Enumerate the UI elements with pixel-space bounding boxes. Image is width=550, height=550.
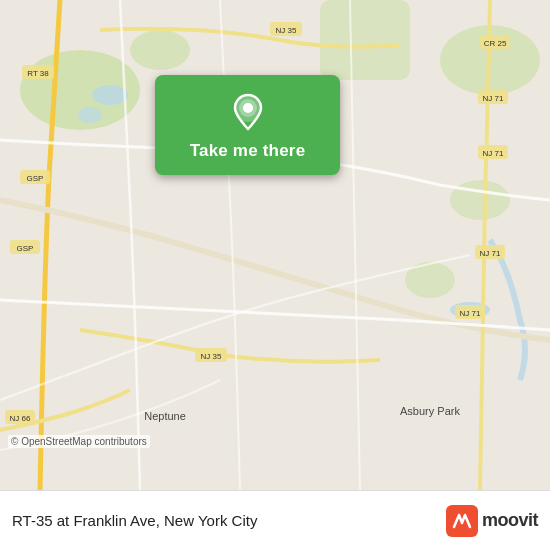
- svg-text:GSP: GSP: [17, 244, 34, 253]
- svg-text:NJ 71: NJ 71: [480, 249, 501, 258]
- bottom-bar: RT-35 at Franklin Ave, New York City moo…: [0, 490, 550, 550]
- moovit-icon: [446, 505, 478, 537]
- moovit-text: moovit: [482, 510, 538, 531]
- svg-point-8: [78, 107, 102, 123]
- svg-text:NJ 71: NJ 71: [483, 149, 504, 158]
- take-me-there-label: Take me there: [190, 141, 306, 161]
- svg-rect-3: [320, 0, 410, 80]
- copyright-text: © OpenStreetMap contributors: [8, 435, 150, 448]
- location-title: RT-35 at Franklin Ave, New York City: [12, 512, 446, 529]
- svg-text:NJ 35: NJ 35: [201, 352, 222, 361]
- svg-text:Asbury Park: Asbury Park: [400, 405, 460, 417]
- svg-text:NJ 71: NJ 71: [483, 94, 504, 103]
- svg-point-2: [130, 30, 190, 70]
- location-pin-icon: [229, 93, 267, 131]
- svg-text:RT 38: RT 38: [27, 69, 49, 78]
- svg-point-5: [450, 180, 510, 220]
- svg-text:Neptune: Neptune: [144, 410, 186, 422]
- svg-point-36: [243, 103, 253, 113]
- svg-point-7: [92, 85, 128, 105]
- map-background: NJ 35 RT 38 GSP GSP CR 25 NJ 71 NJ 71 NJ…: [0, 0, 550, 490]
- map-container: NJ 35 RT 38 GSP GSP CR 25 NJ 71 NJ 71 NJ…: [0, 0, 550, 490]
- svg-text:GSP: GSP: [27, 174, 44, 183]
- take-me-there-button[interactable]: Take me there: [155, 75, 340, 175]
- svg-text:NJ 35: NJ 35: [276, 26, 297, 35]
- svg-text:CR 25: CR 25: [484, 39, 507, 48]
- moovit-logo: moovit: [446, 505, 538, 537]
- svg-text:NJ 71: NJ 71: [460, 309, 481, 318]
- svg-text:NJ 66: NJ 66: [10, 414, 31, 423]
